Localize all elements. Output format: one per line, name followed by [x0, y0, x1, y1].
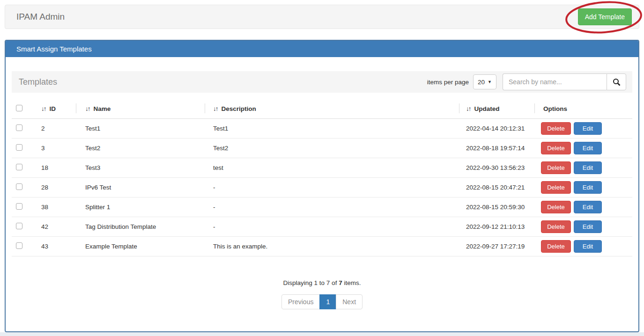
row-checkbox-cell — [12, 178, 35, 197]
cell-options: DeleteEdit — [534, 197, 632, 217]
edit-button[interactable]: Edit — [574, 181, 602, 194]
panel-heading: Smart Assign Templates — [6, 41, 638, 57]
edit-button[interactable]: Edit — [574, 201, 602, 213]
cell-description: This is an example. — [205, 237, 459, 256]
cell-updated: 2022-09-30 13:56:23 — [459, 158, 534, 178]
cell-name: Splitter 1 — [76, 197, 205, 217]
row-checkbox-cell — [12, 217, 35, 237]
templates-table: ↓↑ID ↓↑Name ↓↑Description ↓↑Updated Opti — [12, 99, 632, 256]
total-count: 7 — [339, 279, 342, 286]
edit-button[interactable]: Edit — [574, 142, 602, 154]
row-checkbox-cell — [12, 237, 35, 256]
cell-id: 3 — [35, 139, 76, 158]
cell-name: Test2 — [76, 139, 205, 158]
templates-title: Templates — [19, 77, 57, 87]
cell-id: 42 — [35, 217, 76, 237]
current-page-button[interactable]: 1 — [319, 294, 336, 309]
cell-options: DeleteEdit — [534, 178, 632, 197]
cell-options: DeleteEdit — [534, 217, 632, 237]
sort-icon: ↓↑ — [41, 105, 46, 112]
edit-button[interactable]: Edit — [574, 161, 602, 174]
table-row: 18Test3test2022-09-30 13:56:23DeleteEdit — [12, 158, 632, 178]
panel-body: Templates items per page 20 ▼ — [6, 57, 638, 309]
cell-updated: 2022-04-14 20:12:31 — [459, 119, 534, 139]
cell-updated: 2022-08-15 20:47:21 — [459, 178, 534, 197]
row-checkbox-cell — [12, 119, 35, 139]
table-row: 42Tag Distribution Template-2022-09-12 2… — [12, 217, 632, 237]
table-row: 3Test2Test22022-08-18 19:57:14DeleteEdit — [12, 139, 632, 158]
row-checkbox-cell — [12, 197, 35, 217]
delete-button[interactable]: Delete — [541, 240, 571, 253]
top-header-bar: IPAM Admin Add Template — [5, 5, 639, 29]
items-per-page-value: 20 — [478, 79, 485, 86]
edit-button[interactable]: Edit — [574, 220, 602, 233]
previous-page-button[interactable]: Previous — [281, 294, 320, 309]
header-id[interactable]: ↓↑ID — [35, 99, 76, 119]
search-group — [503, 73, 626, 90]
sort-icon: ↓↑ — [213, 105, 218, 112]
add-template-button[interactable]: Add Template — [578, 8, 632, 25]
delete-button[interactable]: Delete — [541, 220, 571, 233]
row-checkbox[interactable] — [16, 164, 22, 170]
row-checkbox-cell — [12, 139, 35, 158]
delete-button[interactable]: Delete — [541, 161, 571, 174]
next-page-button[interactable]: Next — [336, 294, 363, 309]
delete-button[interactable]: Delete — [541, 201, 571, 213]
cell-description: Test1 — [205, 119, 459, 139]
caret-down-icon: ▼ — [488, 80, 492, 84]
cell-options: DeleteEdit — [534, 119, 632, 139]
cell-id: 2 — [35, 119, 76, 139]
row-checkbox[interactable] — [16, 242, 22, 249]
cell-options: DeleteEdit — [534, 237, 632, 256]
cell-description: Test2 — [205, 139, 459, 158]
row-checkbox[interactable] — [16, 144, 22, 151]
header-name[interactable]: ↓↑Name — [76, 99, 205, 119]
cell-options: DeleteEdit — [534, 139, 632, 158]
edit-button[interactable]: Edit — [574, 240, 602, 253]
cell-name: Test3 — [76, 158, 205, 178]
cell-name: Test1 — [76, 119, 205, 139]
delete-button[interactable]: Delete — [541, 122, 571, 135]
row-checkbox[interactable] — [16, 183, 22, 190]
page-title: IPAM Admin — [16, 12, 65, 22]
cell-updated: 2022-09-12 21:10:13 — [459, 217, 534, 237]
select-all-checkbox[interactable] — [16, 105, 22, 111]
header-checkbox-cell — [12, 99, 35, 119]
panel-title: Smart Assign Templates — [16, 45, 92, 53]
search-input[interactable] — [503, 73, 607, 90]
cell-updated: 2022-09-27 17:27:19 — [459, 237, 534, 256]
table-row: 43Example TemplateThis is an example.202… — [12, 237, 632, 256]
search-button[interactable] — [607, 73, 626, 90]
page: IPAM Admin Add Template Smart Assign Tem… — [0, 0, 644, 332]
items-per-page-select[interactable]: 20 ▼ — [473, 74, 496, 89]
cell-name: Example Template — [76, 237, 205, 256]
cell-id: 28 — [35, 178, 76, 197]
sort-icon: ↓↑ — [466, 105, 471, 112]
row-checkbox[interactable] — [16, 124, 22, 131]
cell-updated: 2022-08-18 19:57:14 — [459, 139, 534, 158]
edit-button[interactable]: Edit — [574, 122, 602, 135]
smart-assign-templates-panel: Smart Assign Templates Templates items p… — [5, 40, 639, 332]
table-row: 38Splitter 1-2022-08-15 20:59:30DeleteEd… — [12, 197, 632, 217]
cell-name: Tag Distribution Template — [76, 217, 205, 237]
row-checkbox[interactable] — [16, 203, 22, 210]
header-description[interactable]: ↓↑Description — [205, 99, 459, 119]
row-checkbox[interactable] — [16, 223, 22, 229]
sort-icon: ↓↑ — [85, 105, 90, 112]
items-per-page-label: items per page — [427, 79, 469, 86]
toolbar-controls: items per page 20 ▼ — [427, 73, 626, 90]
delete-button[interactable]: Delete — [541, 142, 571, 154]
header-options: Options — [534, 99, 632, 119]
cell-id: 43 — [35, 237, 76, 256]
row-checkbox-cell — [12, 158, 35, 178]
cell-description: - — [205, 197, 459, 217]
cell-updated: 2022-08-15 20:59:30 — [459, 197, 534, 217]
table-row: 28IPv6 Test-2022-08-15 20:47:21DeleteEdi… — [12, 178, 632, 197]
displaying-summary: Displaying 1 to 7 of 7 items. — [12, 279, 632, 286]
delete-button[interactable]: Delete — [541, 181, 571, 194]
search-icon — [613, 78, 621, 86]
cell-id: 18 — [35, 158, 76, 178]
cell-description: - — [205, 178, 459, 197]
header-updated[interactable]: ↓↑Updated — [459, 99, 534, 119]
pagination: Previous 1 Next — [12, 294, 632, 309]
